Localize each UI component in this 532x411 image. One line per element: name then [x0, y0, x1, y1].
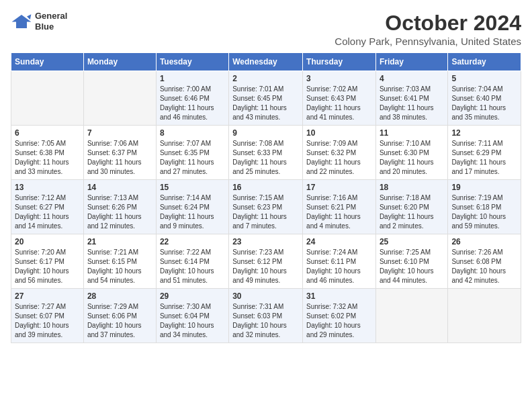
calendar-cell: 18Sunrise: 7:18 AM Sunset: 6:20 PM Dayli…	[375, 180, 447, 234]
calendar-week-row: 20Sunrise: 7:20 AM Sunset: 6:17 PM Dayli…	[11, 234, 521, 289]
day-info: Sunrise: 7:19 AM Sunset: 6:18 PM Dayligh…	[451, 193, 517, 231]
calendar-cell	[375, 289, 447, 343]
day-number: 31	[306, 291, 372, 301]
day-number: 1	[160, 74, 225, 83]
calendar-cell: 29Sunrise: 7:30 AM Sunset: 6:04 PM Dayli…	[156, 289, 228, 343]
day-number: 19	[451, 183, 517, 192]
day-number: 24	[306, 237, 372, 246]
calendar-cell: 7Sunrise: 7:06 AM Sunset: 6:37 PM Daylig…	[83, 126, 156, 180]
day-info: Sunrise: 7:27 AM Sunset: 6:07 PM Dayligh…	[15, 302, 80, 340]
calendar-cell: 20Sunrise: 7:20 AM Sunset: 6:17 PM Dayli…	[11, 234, 84, 289]
day-info: Sunrise: 7:21 AM Sunset: 6:15 PM Dayligh…	[87, 248, 152, 285]
day-info: Sunrise: 7:15 AM Sunset: 6:23 PM Dayligh…	[232, 193, 299, 231]
day-info: Sunrise: 7:30 AM Sunset: 6:04 PM Dayligh…	[160, 302, 225, 340]
day-info: Sunrise: 7:01 AM Sunset: 6:45 PM Dayligh…	[232, 85, 299, 122]
calendar-cell: 10Sunrise: 7:09 AM Sunset: 6:32 PM Dayli…	[303, 126, 376, 180]
day-info: Sunrise: 7:09 AM Sunset: 6:32 PM Dayligh…	[306, 139, 372, 177]
month-title: October 2024	[335, 11, 521, 36]
calendar-cell: 3Sunrise: 7:02 AM Sunset: 6:43 PM Daylig…	[303, 71, 376, 126]
logo-text: General Blue	[35, 11, 67, 32]
calendar-cell: 14Sunrise: 7:13 AM Sunset: 6:26 PM Dayli…	[83, 180, 156, 234]
calendar-cell	[448, 289, 521, 343]
day-number: 13	[15, 183, 80, 192]
calendar-cell: 2Sunrise: 7:01 AM Sunset: 6:45 PM Daylig…	[229, 71, 303, 126]
day-info: Sunrise: 7:03 AM Sunset: 6:41 PM Dayligh…	[380, 85, 444, 122]
day-info: Sunrise: 7:29 AM Sunset: 6:06 PM Dayligh…	[87, 302, 152, 340]
calendar-cell: 31Sunrise: 7:32 AM Sunset: 6:02 PM Dayli…	[303, 289, 376, 343]
day-info: Sunrise: 7:32 AM Sunset: 6:02 PM Dayligh…	[306, 302, 372, 340]
svg-marker-1	[27, 14, 31, 19]
calendar-week-row: 1Sunrise: 7:00 AM Sunset: 6:46 PM Daylig…	[11, 71, 521, 126]
day-info: Sunrise: 7:04 AM Sunset: 6:40 PM Dayligh…	[451, 85, 517, 122]
day-info: Sunrise: 7:24 AM Sunset: 6:11 PM Dayligh…	[306, 248, 372, 285]
calendar-cell: 16Sunrise: 7:15 AM Sunset: 6:23 PM Dayli…	[229, 180, 303, 234]
header-sunday: Sunday	[11, 53, 84, 71]
day-info: Sunrise: 7:14 AM Sunset: 6:24 PM Dayligh…	[160, 193, 225, 231]
day-number: 14	[87, 183, 152, 192]
calendar-week-row: 6Sunrise: 7:05 AM Sunset: 6:38 PM Daylig…	[11, 126, 521, 180]
header-friday: Friday	[375, 53, 447, 71]
calendar-cell: 8Sunrise: 7:07 AM Sunset: 6:35 PM Daylig…	[156, 126, 228, 180]
logo: General Blue	[11, 11, 67, 32]
day-info: Sunrise: 7:00 AM Sunset: 6:46 PM Dayligh…	[160, 85, 225, 122]
header-tuesday: Tuesday	[156, 53, 228, 71]
calendar-cell: 22Sunrise: 7:22 AM Sunset: 6:14 PM Dayli…	[156, 234, 228, 289]
title-section: October 2024 Colony Park, Pennsylvania, …	[335, 11, 521, 47]
calendar-week-row: 13Sunrise: 7:12 AM Sunset: 6:27 PM Dayli…	[11, 180, 521, 234]
day-number: 23	[232, 237, 299, 246]
day-info: Sunrise: 7:25 AM Sunset: 6:10 PM Dayligh…	[380, 248, 444, 285]
calendar-cell: 17Sunrise: 7:16 AM Sunset: 6:21 PM Dayli…	[303, 180, 376, 234]
calendar-cell: 4Sunrise: 7:03 AM Sunset: 6:41 PM Daylig…	[375, 71, 447, 126]
day-info: Sunrise: 7:06 AM Sunset: 6:37 PM Dayligh…	[87, 139, 152, 177]
day-info: Sunrise: 7:02 AM Sunset: 6:43 PM Dayligh…	[306, 85, 372, 122]
calendar-cell	[11, 71, 84, 126]
calendar-cell: 25Sunrise: 7:25 AM Sunset: 6:10 PM Dayli…	[375, 234, 447, 289]
day-number: 10	[306, 128, 372, 138]
header-monday: Monday	[83, 53, 156, 71]
day-number: 20	[15, 237, 80, 246]
calendar-cell: 28Sunrise: 7:29 AM Sunset: 6:06 PM Dayli…	[83, 289, 156, 343]
day-number: 5	[451, 74, 517, 83]
calendar-cell: 27Sunrise: 7:27 AM Sunset: 6:07 PM Dayli…	[11, 289, 84, 343]
day-info: Sunrise: 7:20 AM Sunset: 6:17 PM Dayligh…	[15, 248, 80, 285]
calendar-cell	[83, 71, 156, 126]
day-info: Sunrise: 7:12 AM Sunset: 6:27 PM Dayligh…	[15, 193, 80, 231]
day-info: Sunrise: 7:10 AM Sunset: 6:30 PM Dayligh…	[380, 139, 444, 177]
day-info: Sunrise: 7:13 AM Sunset: 6:26 PM Dayligh…	[87, 193, 152, 231]
day-number: 3	[306, 74, 372, 83]
day-number: 4	[380, 74, 444, 83]
calendar-cell: 26Sunrise: 7:26 AM Sunset: 6:08 PM Dayli…	[448, 234, 521, 289]
day-number: 8	[160, 128, 225, 138]
location-text: Colony Park, Pennsylvania, United States	[335, 36, 521, 47]
calendar-cell: 11Sunrise: 7:10 AM Sunset: 6:30 PM Dayli…	[375, 126, 447, 180]
calendar-cell: 21Sunrise: 7:21 AM Sunset: 6:15 PM Dayli…	[83, 234, 156, 289]
day-number: 9	[232, 128, 299, 138]
day-number: 7	[87, 128, 152, 138]
day-info: Sunrise: 7:05 AM Sunset: 6:38 PM Dayligh…	[15, 139, 80, 177]
day-number: 22	[160, 237, 225, 246]
day-info: Sunrise: 7:26 AM Sunset: 6:08 PM Dayligh…	[451, 248, 517, 285]
calendar-cell: 23Sunrise: 7:23 AM Sunset: 6:12 PM Dayli…	[229, 234, 303, 289]
calendar-cell: 12Sunrise: 7:11 AM Sunset: 6:29 PM Dayli…	[448, 126, 521, 180]
calendar-cell: 5Sunrise: 7:04 AM Sunset: 6:40 PM Daylig…	[448, 71, 521, 126]
day-number: 29	[160, 291, 225, 301]
header-saturday: Saturday	[448, 53, 521, 71]
page-header: General Blue October 2024 Colony Park, P…	[11, 11, 521, 47]
day-number: 18	[380, 183, 444, 192]
header-wednesday: Wednesday	[229, 53, 303, 71]
day-info: Sunrise: 7:31 AM Sunset: 6:03 PM Dayligh…	[232, 302, 299, 340]
calendar-header-row: SundayMondayTuesdayWednesdayThursdayFrid…	[11, 53, 521, 71]
day-number: 28	[87, 291, 152, 301]
calendar-cell: 1Sunrise: 7:00 AM Sunset: 6:46 PM Daylig…	[156, 71, 228, 126]
calendar-cell: 19Sunrise: 7:19 AM Sunset: 6:18 PM Dayli…	[448, 180, 521, 234]
calendar-cell: 15Sunrise: 7:14 AM Sunset: 6:24 PM Dayli…	[156, 180, 228, 234]
day-info: Sunrise: 7:22 AM Sunset: 6:14 PM Dayligh…	[160, 248, 225, 285]
calendar-cell: 6Sunrise: 7:05 AM Sunset: 6:38 PM Daylig…	[11, 126, 84, 180]
day-number: 16	[232, 183, 299, 192]
logo-icon	[11, 12, 32, 31]
day-info: Sunrise: 7:23 AM Sunset: 6:12 PM Dayligh…	[232, 248, 299, 285]
day-info: Sunrise: 7:08 AM Sunset: 6:33 PM Dayligh…	[232, 139, 299, 177]
calendar-table: SundayMondayTuesdayWednesdayThursdayFrid…	[11, 52, 521, 343]
day-number: 26	[451, 237, 517, 246]
day-number: 11	[380, 128, 444, 138]
